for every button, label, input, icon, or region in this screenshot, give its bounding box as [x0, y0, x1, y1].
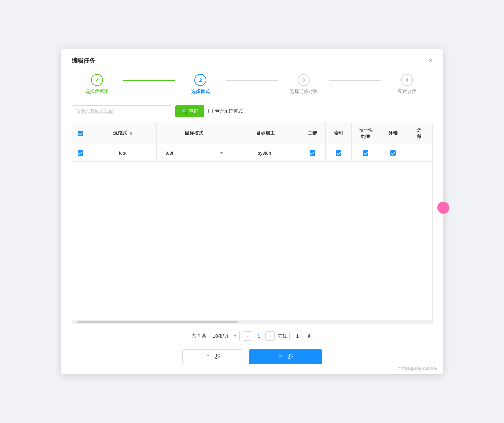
scrollbar-thumb[interactable] [77, 321, 238, 323]
search-button[interactable]: 🔍 查询 [175, 105, 204, 117]
row-check [72, 144, 89, 161]
step-2-circle: 2 [194, 74, 206, 86]
next-page-button[interactable]: › [265, 331, 275, 341]
row-unique [352, 144, 380, 161]
pagination: 共 1 条 10条/页 20条/页 50条/页 100条/页 ‹ 1 › 前往 … [72, 331, 433, 341]
step-2: 2 选择模式 [175, 74, 226, 95]
include-system-text: 包含系统模式 [215, 108, 243, 114]
sort-icon[interactable]: ⇅ [130, 132, 132, 135]
row-fk [380, 144, 406, 161]
row-owner: system [232, 144, 299, 161]
step-3: 3 选择迁移对象 [278, 74, 329, 95]
prev-page-icon: ‹ [247, 334, 248, 338]
fk-checkbox[interactable] [390, 150, 396, 156]
th-idx: 索引 [325, 123, 352, 144]
page-goto: 前往 页 [278, 331, 312, 341]
row-checkbox[interactable] [78, 150, 83, 156]
step-1-circle: ✓ [91, 74, 103, 86]
table-body: test test system [72, 144, 432, 161]
th-unique: 唯一性 约束 [352, 123, 380, 144]
step-4-circle: 4 [401, 74, 413, 86]
unique-checkbox[interactable] [363, 150, 368, 156]
table-wrapper: 源模式 ⇅ 目标模式 目标属主 主键 索引 [72, 123, 433, 324]
include-system-checkbox[interactable] [208, 109, 213, 113]
th-extra: 迁 移 [406, 123, 432, 144]
th-check [72, 123, 89, 144]
step-3-circle: 3 [298, 74, 310, 86]
th-owner: 目标属主 [232, 123, 299, 144]
table-row: test test system [72, 144, 432, 161]
dialog-header: 编辑任务 × [72, 57, 433, 65]
current-page: 1 [255, 333, 262, 339]
row-src: test [89, 144, 157, 161]
search-icon: 🔍 [181, 109, 187, 114]
next-step-button[interactable]: 下一步 [249, 349, 322, 364]
prev-page-button[interactable]: ‹ [243, 331, 252, 341]
page-suffix: 页 [307, 333, 312, 339]
bottom-actions: 上一步 下一步 [72, 349, 433, 364]
total-count: 共 1 条 [192, 333, 207, 339]
step-1: ✓ 选择数据源 [72, 74, 123, 95]
table-head: 源模式 ⇅ 目标模式 目标属主 主键 索引 [72, 123, 432, 144]
schema-table: 源模式 ⇅ 目标模式 目标属主 主键 索引 [72, 123, 432, 162]
goto-input[interactable] [289, 331, 305, 341]
search-button-label: 查询 [189, 108, 198, 114]
page-size-select[interactable]: 10条/页 20条/页 50条/页 100条/页 [210, 331, 240, 341]
step-line-1 [123, 80, 175, 81]
table-scroll[interactable]: 源模式 ⇅ 目标模式 目标属主 主键 索引 [72, 123, 432, 320]
prev-step-button[interactable]: 上一步 [182, 349, 242, 364]
th-target: 目标模式 [157, 123, 232, 144]
row-target: test [157, 144, 232, 161]
step-line-2 [226, 80, 278, 81]
edit-task-dialog: 编辑任务 × ✓ 选择数据源 2 选择模式 3 选择迁移对象 4 配置参数 [61, 49, 443, 374]
next-page-icon: › [269, 334, 271, 338]
row-pk [299, 144, 325, 161]
row-idx [325, 144, 352, 161]
step-4-label: 配置参数 [398, 89, 416, 95]
step-2-label: 选择模式 [191, 89, 210, 95]
search-bar: 🔍 查询 包含系统模式 [72, 105, 433, 117]
include-system-label[interactable]: 包含系统模式 [208, 108, 243, 114]
csdn-watermark: CSDN @梦醒贰零壹玖 [398, 366, 438, 372]
close-button[interactable]: × [429, 57, 433, 64]
row-extra [406, 144, 432, 161]
idx-checkbox[interactable] [336, 150, 341, 156]
search-input[interactable] [72, 105, 171, 117]
step-4: 4 配置参数 [381, 74, 432, 95]
pk-checkbox[interactable] [310, 150, 315, 156]
horizontal-scrollbar[interactable] [72, 320, 432, 324]
header-checkbox[interactable] [78, 131, 83, 136]
step-line-3 [329, 80, 381, 81]
side-avatar [437, 202, 449, 214]
stepper: ✓ 选择数据源 2 选择模式 3 选择迁移对象 4 配置参数 [72, 74, 433, 95]
step-1-label: 选择数据源 [85, 89, 109, 95]
th-fk: 外键 [380, 123, 406, 144]
th-src: 源模式 ⇅ [89, 123, 157, 144]
dialog-title: 编辑任务 [72, 57, 95, 65]
th-pk: 主键 [299, 123, 325, 144]
goto-label: 前往 [278, 333, 287, 339]
row-target-select[interactable]: test [162, 148, 226, 158]
step-3-label: 选择迁移对象 [290, 89, 318, 95]
